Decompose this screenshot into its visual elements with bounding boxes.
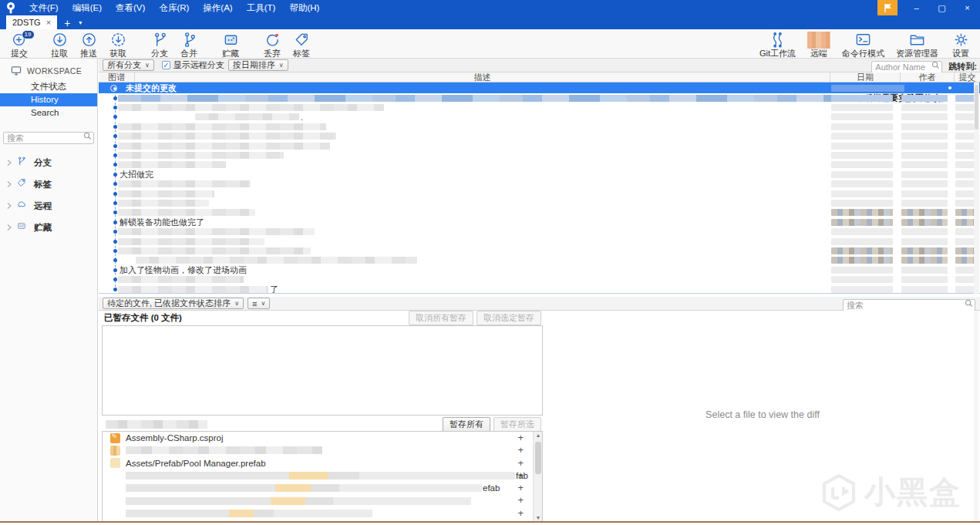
menu-item[interactable]: 工具(T) [240, 0, 283, 15]
branch-filter-select[interactable]: 所有分支∨ [103, 59, 154, 71]
pending-sort-select[interactable]: 待定的文件, 已依据文件状态排序∨ [103, 298, 244, 309]
column-header-commit[interactable]: 提交 [954, 72, 980, 82]
toolbar-button-远端[interactable]: 远端 [805, 29, 833, 58]
commit-date-redacted [831, 152, 893, 159]
diff-scrollbar[interactable] [974, 311, 978, 521]
commit-row[interactable]: 解锁装备功能也做完了 [99, 217, 980, 227]
files-scrollbar[interactable]: ▲ ▼ [533, 432, 542, 521]
tab-dropdown-icon[interactable]: ▾ [79, 17, 82, 29]
commit-row[interactable] [99, 237, 980, 246]
staged-files-list[interactable] [102, 325, 543, 416]
sidebar-item-history[interactable]: History [0, 93, 97, 106]
sidebar-item-search[interactable]: Search [0, 106, 97, 119]
menu-item[interactable]: 文件(F) [22, 0, 66, 15]
commit-row[interactable] [99, 256, 980, 265]
toolbar-button-获取[interactable]: 获取 [105, 29, 131, 58]
stage-selected-button[interactable]: 暂存所选 [493, 417, 541, 432]
unstage-all-button[interactable]: 取消所有暂存 [409, 311, 473, 325]
file-row[interactable]: + [103, 494, 542, 506]
repo-tab[interactable]: 2DSTG × [6, 15, 57, 29]
toolbar-button-分支[interactable]: 分支 [146, 29, 173, 58]
commit-row[interactable]: ，后期需要实践再修改。 [99, 93, 980, 103]
stage-file-button[interactable]: + [517, 458, 524, 469]
commit-row[interactable] [99, 198, 980, 207]
minimize-button[interactable]: – [904, 0, 929, 15]
file-row[interactable]: fab+ [103, 469, 542, 482]
commit-row[interactable] [99, 189, 980, 198]
sidebar-search-input[interactable] [3, 132, 94, 144]
commit-row[interactable]: 了 [99, 284, 980, 294]
sidebar-item-文件状态[interactable]: 文件状态 [0, 80, 97, 93]
menu-item[interactable]: 操作(A) [196, 0, 239, 15]
menu-item[interactable]: 仓库(R) [152, 0, 196, 15]
commit-row[interactable] [99, 180, 980, 189]
scroll-up-icon[interactable]: ▲ [534, 432, 543, 438]
commit-node-icon [113, 115, 117, 119]
file-row[interactable]: efab+ [103, 482, 542, 494]
file-row[interactable]: Assembly-CSharp.csproj+ [103, 432, 542, 444]
file-row[interactable]: + [103, 507, 542, 520]
commit-message-redacted [195, 113, 299, 120]
commit-row[interactable]: . [99, 113, 980, 122]
view-toggle-select[interactable]: ≡∨ [248, 298, 270, 309]
stage-file-button[interactable]: + [517, 432, 524, 443]
unstage-selected-button[interactable]: 取消选定暂存 [477, 311, 541, 325]
scroll-down-icon[interactable]: ▼ [534, 515, 543, 520]
column-header-graph[interactable]: 图谱 [99, 72, 135, 82]
stage-file-button[interactable]: + [517, 495, 524, 506]
commit-row[interactable]: 加入了怪物动画，修改了进场动画 [99, 265, 980, 274]
commit-row[interactable] [99, 122, 980, 131]
sidebar-section-标签[interactable]: 标签 [0, 173, 97, 195]
column-header-date[interactable]: 日期 [830, 72, 900, 82]
menu-item[interactable]: 编辑(E) [66, 0, 109, 15]
commit-row[interactable] [99, 150, 980, 160]
commit-row[interactable]: 大招做完 [99, 170, 980, 179]
show-remote-checkbox[interactable]: ✓ 显示远程分支 [162, 59, 224, 71]
stage-all-button[interactable]: 暂存所有 [443, 417, 490, 432]
commit-message-redacted [118, 247, 311, 254]
jump-to-label: 跳转到: [948, 61, 977, 72]
stage-file-button[interactable]: + [517, 508, 524, 519]
commit-row-selected[interactable]: 未提交的更改 [99, 82, 980, 93]
commit-row[interactable] [99, 274, 980, 284]
column-header-description[interactable]: 描述 [135, 72, 830, 82]
toolbar-button-推送[interactable]: 推送 [76, 29, 102, 58]
sidebar-section-远程[interactable]: 远程 [0, 195, 97, 217]
menu-item[interactable]: 查看(V) [109, 0, 152, 15]
file-search-input[interactable] [843, 299, 975, 311]
commit-row[interactable] [99, 141, 980, 150]
history-scrollbar[interactable] [974, 82, 979, 294]
toolbar-button-提交[interactable]: 19提交 [6, 29, 32, 58]
stage-file-button[interactable]: + [517, 445, 524, 456]
commit-row[interactable] [99, 208, 980, 217]
toolbar-button-命令行模式[interactable]: 命令行模式 [840, 29, 887, 58]
sidebar-section-分支[interactable]: 分支 [0, 152, 97, 173]
toolbar-button-合并[interactable]: 合并 [176, 29, 202, 58]
commit-row[interactable] [99, 103, 980, 112]
toolbar-button-贮藏[interactable]: 贮藏 [217, 29, 244, 58]
toolbar-button-拉取[interactable]: 拉取 [46, 29, 72, 58]
notification-flag-button[interactable] [877, 0, 897, 15]
sidebar-section-贮藏[interactable]: 贮藏 [0, 217, 97, 238]
sort-order-select[interactable]: 按日期排序∨ [228, 59, 288, 71]
close-button[interactable]: × [955, 0, 980, 15]
toolbar-button-Git工作流[interactable]: Git工作流 [757, 29, 798, 58]
stage-file-button[interactable]: + [517, 483, 524, 493]
terminal-icon [854, 31, 872, 49]
file-row[interactable]: + [103, 444, 542, 456]
toolbar-button-设置[interactable]: 设置 [948, 29, 974, 58]
file-row[interactable]: Assets/Prefab/Pool Manager.prefab+ [103, 457, 542, 469]
commit-row[interactable] [99, 227, 980, 236]
toolbar-button-资源管理器[interactable]: 资源管理器 [894, 29, 941, 58]
toolbar-button-标签[interactable]: 标签 [288, 29, 315, 58]
commit-row[interactable] [99, 160, 980, 170]
new-tab-button[interactable]: + [64, 17, 70, 29]
menu-item[interactable]: 帮助(H) [282, 0, 326, 15]
toolbar-button-丢弃[interactable]: 丢弃 [259, 29, 285, 58]
commit-row[interactable] [99, 132, 980, 141]
column-header-author[interactable]: 作者 [900, 72, 954, 82]
stage-file-button[interactable]: + [517, 470, 524, 481]
maximize-button[interactable]: ▢ [929, 0, 955, 15]
commit-row[interactable] [99, 246, 980, 255]
tab-close-icon[interactable]: × [46, 19, 51, 27]
